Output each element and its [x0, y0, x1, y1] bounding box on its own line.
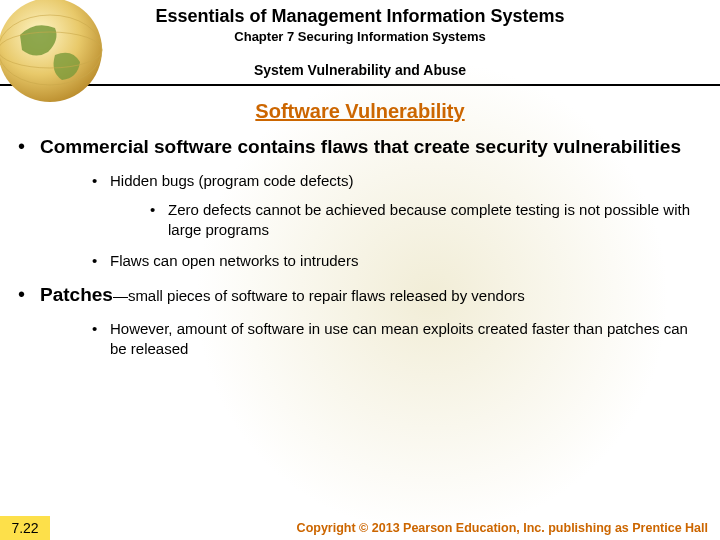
slide-header: Essentials of Management Information Sys…	[0, 0, 720, 78]
bullet-level2: Flaws can open networks to intruders	[92, 251, 692, 271]
section-label: System Vulnerability and Abuse	[0, 62, 720, 78]
bullet-bold-term: Patches	[40, 284, 113, 305]
bullet-text: Flaws can open networks to intruders	[110, 252, 358, 269]
slide-footer: 7.22 Copyright © 2013 Pearson Education,…	[0, 516, 720, 540]
bullet-text: Patches—small pieces of software to repa…	[40, 283, 692, 308]
bullet-level3: Zero defects cannot be achieved because …	[150, 200, 692, 239]
slide-number: 7.22	[0, 516, 50, 540]
bullet-text: Zero defects cannot be achieved because …	[168, 201, 690, 238]
book-title: Essentials of Management Information Sys…	[0, 6, 720, 27]
bullet-level1: Patches—small pieces of software to repa…	[40, 283, 692, 359]
bullet-level2: However, amount of software in use can m…	[92, 319, 692, 358]
bullet-text: However, amount of software in use can m…	[110, 320, 688, 357]
bullet-rest: —small pieces of software to repair flaw…	[113, 287, 525, 304]
bullet-text: Commercial software contains flaws that …	[40, 135, 692, 159]
chapter-label: Chapter 7 Securing Information Systems	[0, 29, 720, 44]
bullet-text: Hidden bugs (program code defects)	[110, 172, 353, 189]
bullet-level2: Hidden bugs (program code defects) Zero …	[92, 171, 692, 240]
copyright-text: Copyright © 2013 Pearson Education, Inc.…	[50, 521, 720, 535]
slide-topic-heading: Software Vulnerability	[0, 100, 720, 123]
bullet-level1: Commercial software contains flaws that …	[40, 135, 692, 271]
slide-body: Commercial software contains flaws that …	[0, 135, 720, 358]
